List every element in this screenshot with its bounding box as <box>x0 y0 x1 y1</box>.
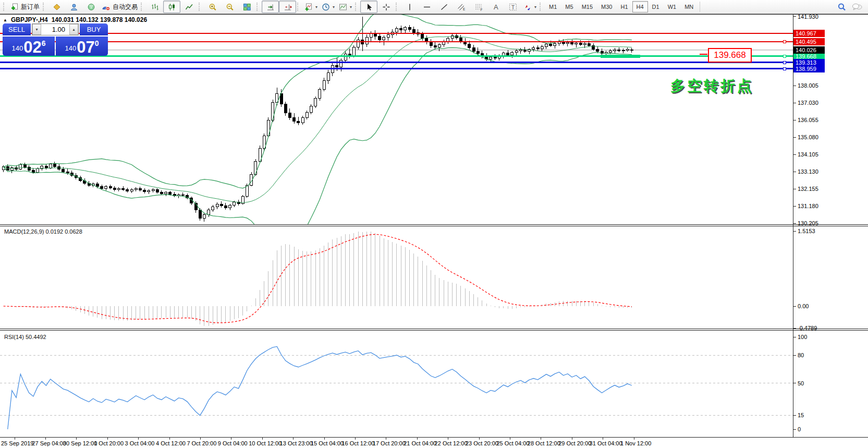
macd-pane[interactable] <box>4 232 632 326</box>
horizontal-level-lines[interactable] <box>0 33 793 70</box>
search-button[interactable] <box>837 3 847 11</box>
text-label-button[interactable]: T <box>504 1 521 13</box>
chart-shift-icon <box>284 3 292 11</box>
vertical-line-button[interactable] <box>401 1 418 13</box>
autotrading-button[interactable]: 自动交易 <box>100 1 140 13</box>
timeframe-d1-button[interactable]: D1 <box>648 1 664 13</box>
sell-price-tile[interactable]: 140 02 6 <box>3 37 55 56</box>
equidistant-channel-button[interactable]: E <box>453 1 470 13</box>
toolbar: 新订单自动交易▾▾▾EFAT▾M1M5M15M30H1H4D1W1MN <box>0 0 868 14</box>
price-tick-label: 138.005 <box>798 82 818 89</box>
volume-decrease-button[interactable]: ▾ <box>32 24 41 35</box>
chevron-down-icon[interactable]: ▾ <box>315 5 317 9</box>
community-icon <box>70 3 78 11</box>
line-handle[interactable] <box>783 41 786 43</box>
trendline-button[interactable] <box>435 1 453 13</box>
rsi-pane[interactable] <box>0 346 793 429</box>
chart-note-text[interactable]: 多空转折点 <box>670 76 754 96</box>
line-handle[interactable] <box>783 67 786 70</box>
sell-button[interactable]: SELL <box>3 23 31 35</box>
time-axis-label: 16 Oct 12:00 <box>341 440 374 446</box>
text-icon: A <box>492 3 500 11</box>
volume-increase-button[interactable]: ▴ <box>69 24 78 35</box>
price-tick-label: 137.030 <box>798 100 818 106</box>
timeframe-w1-button[interactable]: W1 <box>664 1 681 13</box>
macd-indicator-label: MACD(12,26,9) 0.0192 0.0628 <box>4 228 82 235</box>
bar-chart-button[interactable] <box>146 1 163 13</box>
svg-text:F: F <box>480 7 482 11</box>
rsi-tick-label: 100 <box>798 334 807 340</box>
horizontal-line-button[interactable] <box>418 1 435 13</box>
chart-canvas[interactable]: 141.930138.005137.030136.055135.080134.1… <box>0 0 868 448</box>
line-handle[interactable] <box>783 55 786 57</box>
timeframe-m5-button[interactable]: M5 <box>561 1 577 13</box>
buy-button[interactable]: BUY <box>80 23 108 35</box>
time-axis-label: 1 Nov 12:00 <box>620 440 651 446</box>
chat-button[interactable] <box>852 3 863 11</box>
fibonacci-button[interactable]: F <box>470 1 487 13</box>
text-button[interactable]: A <box>487 1 504 13</box>
indicators-button[interactable]: ▾ <box>302 1 320 13</box>
timeframe-m30-button[interactable]: M30 <box>597 1 616 13</box>
cursor-icon <box>365 3 373 11</box>
buy-price-big: 07 <box>77 40 94 54</box>
timeframe-h1-button[interactable]: H1 <box>616 1 632 13</box>
terminal-icon <box>53 3 61 11</box>
tile-windows-icon <box>243 3 251 11</box>
price-pane[interactable] <box>0 11 793 258</box>
chevron-down-icon[interactable]: ▾ <box>333 5 335 9</box>
timeframe-m15-button[interactable]: M15 <box>578 1 597 13</box>
price-badge-label: 139.313 <box>796 59 816 66</box>
chevron-down-icon[interactable]: ▾ <box>534 5 536 9</box>
autotrading-button-label: 自动交易 <box>113 3 138 11</box>
time-axis-label: 7 Oct 20:00 <box>187 440 216 446</box>
toolbar-grip <box>43 3 46 11</box>
timeframe-h4-button[interactable]: H4 <box>632 1 648 13</box>
price-tick-label: 132.155 <box>798 186 818 192</box>
crosshair-button[interactable] <box>377 1 395 13</box>
toolbar-grip <box>540 3 543 11</box>
new-order-button[interactable]: 新订单 <box>8 1 42 13</box>
crosshair-icon <box>382 3 390 11</box>
community-button[interactable] <box>65 1 82 13</box>
time-axis-label: 4 Oct 12:00 <box>156 440 186 446</box>
templates-button[interactable]: ▾ <box>337 1 354 13</box>
rsi-line <box>8 346 632 429</box>
auto-scroll-button[interactable] <box>262 1 279 13</box>
macd-tick-label: 1.5153 <box>798 228 815 234</box>
cursor-button[interactable] <box>360 1 377 13</box>
collapse-panel-icon[interactable]: ▲ <box>3 18 7 22</box>
price-tick-label: 130.205 <box>798 220 818 226</box>
timeframe-mn-button[interactable]: MN <box>680 1 698 13</box>
volume-input[interactable]: 1.00 <box>41 24 69 35</box>
line-chart-button[interactable] <box>180 1 198 13</box>
sell-price-prefix: 140 <box>12 44 23 52</box>
new-order-icon <box>10 3 19 11</box>
periods-button[interactable]: ▾ <box>320 1 337 13</box>
zoom-out-button[interactable] <box>221 1 238 13</box>
chart-shift-button[interactable] <box>279 1 296 13</box>
time-axis[interactable]: 25 Sep 201927 Sep 04:0030 Sep 12:001 Oct… <box>0 439 793 448</box>
tile-windows-button[interactable] <box>238 1 255 13</box>
price-axis[interactable]: 141.930138.005137.030136.055135.080134.1… <box>793 14 825 433</box>
signals-button[interactable] <box>82 1 100 13</box>
arrows-button[interactable]: ▾ <box>521 1 539 13</box>
chevron-down-icon[interactable]: ▾ <box>350 5 352 9</box>
price-tick-label: 136.055 <box>798 117 818 123</box>
candlestick-chart-button[interactable] <box>163 1 180 13</box>
zoom-in-button[interactable] <box>204 1 221 13</box>
buy-price-tile[interactable]: 140 07 0 <box>56 37 108 56</box>
toolbar-grip <box>199 3 202 11</box>
templates-icon <box>339 3 347 11</box>
signals-icon <box>87 3 95 11</box>
timeframe-m1-button[interactable]: M1 <box>545 1 561 13</box>
terminal-button[interactable] <box>48 1 65 13</box>
line-handle[interactable] <box>783 61 786 64</box>
toolbar-grip <box>141 3 144 11</box>
bollinger-middle-band <box>4 37 632 203</box>
volume-stepper: ▾ 1.00 ▴ <box>32 23 79 35</box>
toolbar-grip <box>396 3 399 11</box>
rsi-tick-label: 15 <box>798 412 804 418</box>
price-callout[interactable]: 139.668 <box>708 48 752 63</box>
toolbar-grip <box>355 3 358 11</box>
